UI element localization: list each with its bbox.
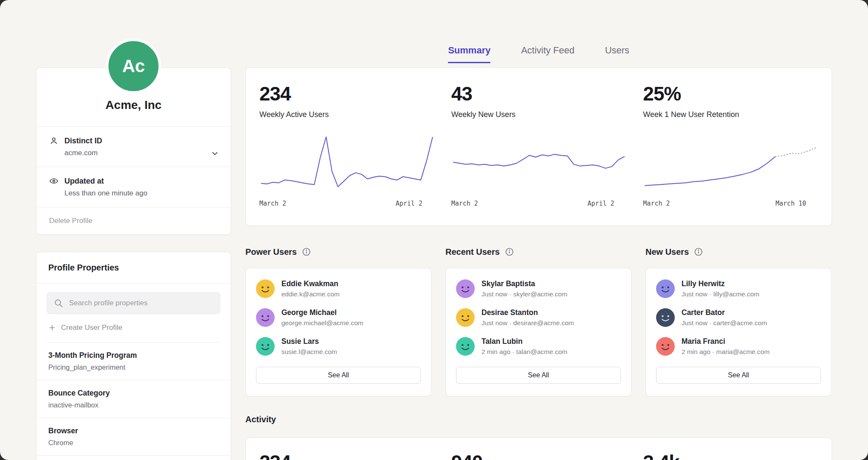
eye-icon <box>49 176 58 186</box>
tab-summary[interactable]: Summary <box>448 45 490 63</box>
property-value: Chrome <box>48 439 219 447</box>
user-name: George Michael <box>281 308 363 317</box>
activity-card: 234 940 3.4k <box>245 438 832 460</box>
user-avatar <box>256 337 275 356</box>
user-name: Talan Lubin <box>481 337 568 346</box>
user-avatar <box>256 279 275 298</box>
user-list-item[interactable]: Susie Lars susie.l@acme.com <box>256 332 421 361</box>
company-avatar: Ac <box>106 39 161 94</box>
user-list-item[interactable]: Desirae Stanton Just now · desirare@acme… <box>456 303 621 332</box>
user-detail: susie.l@acme.com <box>281 348 337 356</box>
user-avatar <box>656 337 675 356</box>
tab-users[interactable]: Users <box>605 45 629 63</box>
chevron-down-icon[interactable] <box>210 149 220 158</box>
user-list-item[interactable]: Maria Franci 2 min ago · maria@acme.com <box>656 332 821 361</box>
info-icon[interactable] <box>505 247 514 256</box>
user-list-item[interactable]: Talan Lubin 2 min ago · talan@acme.com <box>456 332 621 361</box>
user-detail: george.michael@acme.com <box>281 319 363 327</box>
user-name: Carter Bator <box>682 308 767 317</box>
distinct-id-label: Distinct ID <box>64 137 102 145</box>
x-tick: March 2 <box>259 200 286 207</box>
user-avatar <box>256 308 275 327</box>
user-name: Skylar Baptista <box>481 279 568 288</box>
metric-label: Weekly New Users <box>451 110 626 119</box>
see-all-button[interactable]: See All <box>656 367 821 384</box>
profile-properties-card: Profile Properties Create User Profile 3… <box>36 252 231 460</box>
summary-metrics-card: 234 Weekly Active Users March 2 April 2 … <box>245 67 832 226</box>
person-icon <box>49 136 58 145</box>
user-list-item[interactable]: Lilly Herwitz Just now · lilly@acme.com <box>656 274 821 303</box>
profile-properties-search-input[interactable] <box>47 292 220 314</box>
activity-value: 234 <box>259 451 434 460</box>
user-avatar <box>656 279 675 298</box>
user-detail: 2 min ago · talan@acme.com <box>481 348 568 356</box>
company-avatar-initials: Ac <box>122 56 145 76</box>
user-name: Lilly Herwitz <box>682 279 760 288</box>
recent-users-card: Skylar Baptista Just now · skyler@acme.c… <box>445 268 632 396</box>
user-avatar <box>456 279 475 298</box>
profile-sidebar: Ac Acme, Inc Distinct ID acme.com <box>36 0 231 460</box>
new-users-section: New Users Lilly Herwitz Just now · lilly… <box>645 244 832 396</box>
user-avatar <box>656 308 675 327</box>
metric-week1-retention: 25% Week 1 New User Retention March 2 Ma… <box>643 82 818 215</box>
user-name: Susie Lars <box>281 337 337 346</box>
see-all-button[interactable]: See All <box>456 367 621 384</box>
info-icon[interactable] <box>302 247 311 256</box>
recent-users-section: Recent Users Skylar Baptista Just now · … <box>445 244 632 396</box>
user-avatar <box>456 308 475 327</box>
activity-metric: 940 <box>451 451 626 460</box>
create-user-profile-button[interactable]: Create User Profile <box>47 314 220 343</box>
x-tick: March 2 <box>451 200 478 207</box>
main-content: Summary Activity Feed Users 234 Weekly A… <box>245 0 832 460</box>
metric-weekly-active-users: 234 Weekly Active Users March 2 April 2 <box>259 82 434 215</box>
user-name: Desirae Stanton <box>481 308 574 317</box>
app-window: Ac Acme, Inc Distinct ID acme.com <box>0 0 868 460</box>
user-list-item[interactable]: Carter Bator Just now · carter@acme.com <box>656 303 821 332</box>
distinct-id-value: acme.com <box>64 149 218 157</box>
x-tick: April 2 <box>587 200 614 207</box>
see-all-button[interactable]: See All <box>256 367 421 384</box>
profile-properties-search <box>47 292 220 314</box>
activity-metric: 234 <box>259 451 434 460</box>
delete-profile-button[interactable]: Delete Profile <box>36 207 231 234</box>
property-row[interactable]: 3-Month Pricing Program Pricing_plan_exp… <box>36 343 231 380</box>
power-users-title: Power Users <box>245 247 297 257</box>
user-detail: Just now · desirare@acme.com <box>481 319 574 327</box>
property-row[interactable]: Browser Chrome <box>36 418 231 456</box>
x-tick: March 2 <box>643 200 670 207</box>
user-detail: Just now · lilly@acme.com <box>682 290 760 298</box>
power-users-card: Eddie Kwakman eddie.k@acme.com George Mi… <box>245 268 431 396</box>
tab-activity-feed[interactable]: Activity Feed <box>521 45 574 63</box>
new-users-card: Lilly Herwitz Just now · lilly@acme.com … <box>645 268 832 396</box>
updated-at-row: Updated at Less than one minute ago <box>36 167 231 207</box>
property-row[interactable]: Bounce Category inactive-mailbox <box>36 380 231 418</box>
updated-at-label: Updated at <box>64 177 104 186</box>
property-name: 3-Month Pricing Program <box>48 351 219 360</box>
activity-metric: 3.4k <box>643 451 818 460</box>
sparkline-chart <box>259 134 434 193</box>
metric-weekly-new-users: 43 Weekly New Users March 2 April 2 <box>451 82 626 215</box>
user-detail: eddie.k@acme.com <box>281 290 339 298</box>
distinct-id-row: Distinct ID acme.com <box>36 127 231 167</box>
user-list-item[interactable]: Eddie Kwakman eddie.k@acme.com <box>256 274 421 303</box>
property-name: Browser <box>48 427 219 435</box>
recent-users-title: Recent Users <box>445 247 500 257</box>
info-icon[interactable] <box>694 247 703 256</box>
metric-value: 43 <box>451 82 626 105</box>
x-tick: March 10 <box>776 200 806 207</box>
user-list-item[interactable]: George Michael george.michael@acme.com <box>256 303 421 332</box>
sparkline-chart <box>451 134 626 193</box>
activity-title: Activity <box>245 415 276 424</box>
user-detail: Just now · carter@acme.com <box>682 319 767 327</box>
user-detail: 2 min ago · maria@acme.com <box>682 348 770 356</box>
property-value: inactive-mailbox <box>48 401 219 409</box>
user-list-item[interactable]: Skylar Baptista Just now · skyler@acme.c… <box>456 274 621 303</box>
search-icon <box>53 298 64 308</box>
updated-at-value: Less than one minute ago <box>64 189 218 198</box>
property-value: Pricing_plan_experiment <box>48 363 219 371</box>
x-tick: April 2 <box>395 200 422 207</box>
activity-value: 3.4k <box>643 451 818 460</box>
metric-value: 234 <box>259 82 434 105</box>
metric-label: Week 1 New User Retention <box>643 110 818 119</box>
profile-tabs: Summary Activity Feed Users <box>245 45 832 63</box>
